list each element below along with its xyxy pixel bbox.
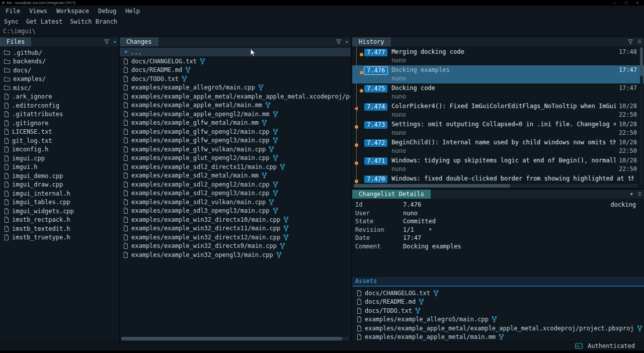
commit-row[interactable]: 7.470 Windows: fixed double-clicked bord…: [352, 174, 644, 185]
commit-row[interactable]: 7.472 BeginChild(): Internal name used b…: [352, 138, 644, 156]
file-tree-item[interactable]: misc/: [0, 83, 119, 93]
file-tree-item[interactable]: .gitattributes: [0, 110, 119, 119]
asset-row[interactable]: examples/example_apple_metal/main.mm: [352, 333, 644, 342]
file-name: git_log.txt: [12, 137, 52, 144]
app-window: Ark - nuno@ark-vcs.com:Omega:dev [7477] …: [0, 0, 644, 353]
commit-row[interactable]: 7.475 Docking code 17:47 nuno: [352, 83, 644, 102]
asset-row[interactable]: examples/example_apple_metal/example_app…: [352, 324, 644, 333]
filter-icon[interactable]: [104, 39, 109, 44]
menu-item[interactable]: Help: [121, 8, 144, 15]
menu-item[interactable]: File: [1, 8, 25, 15]
file-tree-item[interactable]: imgui_draw.cpp: [0, 181, 119, 190]
toolbar-button[interactable]: Get Latest: [26, 18, 62, 25]
branch-icon: [273, 182, 278, 188]
commit-row[interactable]: 7.476 Docking examples 17:47 nuno: [352, 65, 644, 83]
commit-row[interactable]: 7.477 Merging docking code 17:48 nuno: [352, 47, 644, 65]
file-name: imgui_internal.h: [12, 190, 70, 197]
file-icon: [357, 299, 362, 305]
asset-row[interactable]: docs/README.md: [352, 298, 644, 307]
file-tree-item[interactable]: .github/: [0, 48, 119, 57]
horizontal-scrollbar[interactable]: [121, 337, 349, 340]
horizontal-scrollbar[interactable]: [354, 184, 638, 188]
changed-file-row[interactable]: examples/example_sdl2_metal/main.mm: [120, 171, 351, 181]
file-tree-item[interactable]: imgui_tables.cpp: [0, 198, 119, 207]
file-tree-item[interactable]: .gitignore: [0, 119, 119, 128]
changed-file-row[interactable]: examples/example_win32_opengl3/main.cpp: [120, 250, 351, 259]
file-tree-item[interactable]: imstb_textedit.h: [0, 224, 119, 233]
changed-file-row[interactable]: examples/example_sdl2_opengl3/main.cpp: [120, 189, 351, 198]
scrollbar-thumb[interactable]: [121, 337, 342, 340]
file-tree-item[interactable]: imstb_truetype.h: [0, 233, 119, 242]
toolbar-button[interactable]: Switch Branch: [70, 18, 117, 25]
file-tree-item[interactable]: backends/: [0, 57, 119, 66]
close-button[interactable]: ✕: [636, 0, 639, 6]
revision-dropdown-icon[interactable]: ▼: [429, 226, 432, 234]
changed-file-row[interactable]: examples/example_sdl2_opengl2/main.cpp: [120, 180, 351, 189]
file-tree-item[interactable]: imconfig.h: [0, 145, 119, 154]
minimize-button[interactable]: —: [613, 0, 617, 6]
branch-icon: [265, 102, 271, 108]
changed-file-row[interactable]: docs/TODO.txt: [120, 74, 351, 83]
changed-file-row[interactable]: docs/README.md: [120, 66, 351, 75]
file-tree-item[interactable]: imgui.h: [0, 163, 119, 172]
file-icon: [123, 120, 128, 126]
changed-file-row[interactable]: examples/example_glfw_opengl3/main.cpp: [120, 136, 351, 145]
changed-file-row[interactable]: examples/example_glut_opengl2/main.cpp: [120, 154, 351, 163]
menu-item[interactable]: Debug: [94, 8, 121, 15]
file-tree-item[interactable]: examples/: [0, 75, 119, 84]
file-tree-item[interactable]: LICENSE.txt: [0, 128, 119, 137]
changes-root-row[interactable]: ▼ ...: [120, 48, 351, 56]
changed-file-row[interactable]: examples/example_win32_directx9/main.cpp: [120, 242, 351, 251]
file-icon: [123, 182, 128, 188]
changed-file-row[interactable]: examples/example_apple_metal/example_app…: [120, 92, 351, 101]
file-tree-item[interactable]: docs/: [0, 66, 119, 75]
assets-panel: Assets docs/CHANGELOG.txt docs/README.md: [352, 277, 644, 342]
menu-item[interactable]: Workspace: [52, 8, 94, 15]
asset-row[interactable]: docs/CHANGELOG.txt: [352, 289, 644, 298]
commit-row[interactable]: 7.473 Settings: omit outputing Collapsed…: [352, 120, 644, 138]
changed-file-row[interactable]: examples/example_glfw_opengl2/main.cpp: [120, 127, 351, 136]
asset-row[interactable]: docs/TODO.txt: [352, 306, 644, 315]
file-tree-item[interactable]: imgui_internal.h: [0, 189, 119, 198]
file-tree-item[interactable]: .editorconfig: [0, 101, 119, 110]
file-tree-item[interactable]: git_log.txt: [0, 136, 119, 145]
changed-file-row[interactable]: examples/example_win32_directx12/main.cp…: [120, 233, 351, 242]
changed-file-row[interactable]: docs/CHANGELOG.txt: [120, 57, 351, 66]
maximize-button[interactable]: ▢: [625, 0, 628, 6]
vertical-scrollbar[interactable]: [640, 47, 643, 184]
asset-row[interactable]: examples/example_allegro5/main.cpp: [352, 315, 644, 324]
menu-item[interactable]: Views: [25, 8, 52, 15]
changed-file-row[interactable]: examples/example_sdl2_vulkan/main.cpp: [120, 198, 351, 207]
changed-file-row[interactable]: examples/example_apple_metal/main.mm: [120, 101, 351, 110]
commit-row[interactable]: 7.471 Windows: tidying up skipitems logi…: [352, 156, 644, 174]
changed-file-row[interactable]: examples/example_glfw_metal/main.mm: [120, 119, 351, 128]
file-tree-item[interactable]: .ark_ignore: [0, 93, 119, 102]
toolbar-button[interactable]: Sync: [4, 18, 19, 25]
changed-file-path: examples/example_apple_metal/example_app…: [131, 93, 351, 100]
collapse-icon[interactable]: ▼: [630, 190, 633, 199]
menu-icon[interactable]: ☰: [637, 190, 641, 199]
menu-icon[interactable]: ☰: [637, 37, 641, 46]
filter-icon[interactable]: [628, 39, 633, 44]
commit-row[interactable]: 7.474 ColorPicker4(): Fixed ImGuiColorEd…: [352, 102, 644, 120]
close-panel-icon[interactable]: ✕: [114, 37, 116, 46]
filter-icon[interactable]: [336, 39, 341, 44]
branch-icon: [262, 120, 267, 126]
changed-file-row[interactable]: examples/example_apple_opengl2/main.mm: [120, 110, 351, 119]
file-tree-item[interactable]: imgui.cpp: [0, 154, 119, 163]
changed-file-row[interactable]: examples/example_win32_directx10/main.cp…: [120, 215, 351, 224]
file-tree-item[interactable]: imstb_rectpack.h: [0, 216, 119, 225]
scrollbar-thumb[interactable]: [640, 47, 643, 76]
changed-file-path: examples/example_apple_opengl2/main.mm: [131, 111, 270, 118]
scrollbar-thumb[interactable]: [354, 184, 510, 188]
changed-file-row[interactable]: examples/example_win32_directx11/main.cp…: [120, 224, 351, 233]
file-tree-item[interactable]: imgui_widgets.cpp: [0, 207, 119, 216]
changed-file-row[interactable]: examples/example_glfw_vulkan/main.cpp: [120, 145, 351, 154]
changed-file-row[interactable]: examples/example_sdl3_opengl3/main.cpp: [120, 207, 351, 216]
changed-file-row[interactable]: examples/example_allegro5/main.cpp: [120, 83, 351, 93]
commit-info: Merging docking code 17:48 nuno: [391, 47, 644, 65]
close-panel-icon[interactable]: ✕: [346, 37, 348, 46]
file-tree-item[interactable]: imgui_demo.cpp: [0, 171, 119, 181]
changed-file-row[interactable]: examples/example_sdl2_directx11/main.cpp: [120, 162, 351, 171]
collapse-caret-icon[interactable]: ▼: [125, 50, 127, 54]
